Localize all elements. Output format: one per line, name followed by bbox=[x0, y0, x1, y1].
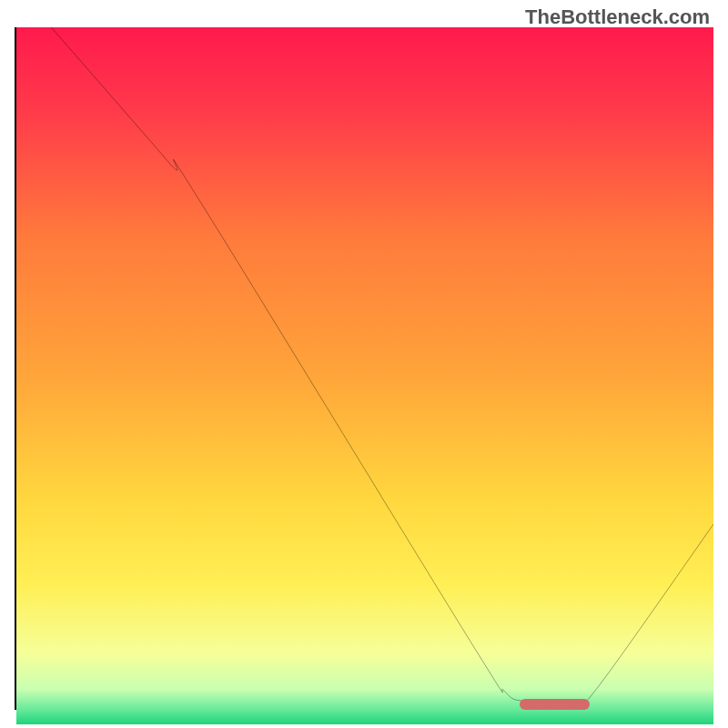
watermark-text: TheBottleneck.com bbox=[525, 5, 710, 29]
bottleneck-curve bbox=[51, 27, 713, 707]
curve-layer bbox=[16, 27, 713, 708]
optimal-range-marker bbox=[520, 699, 590, 710]
plot-area bbox=[15, 27, 713, 710]
